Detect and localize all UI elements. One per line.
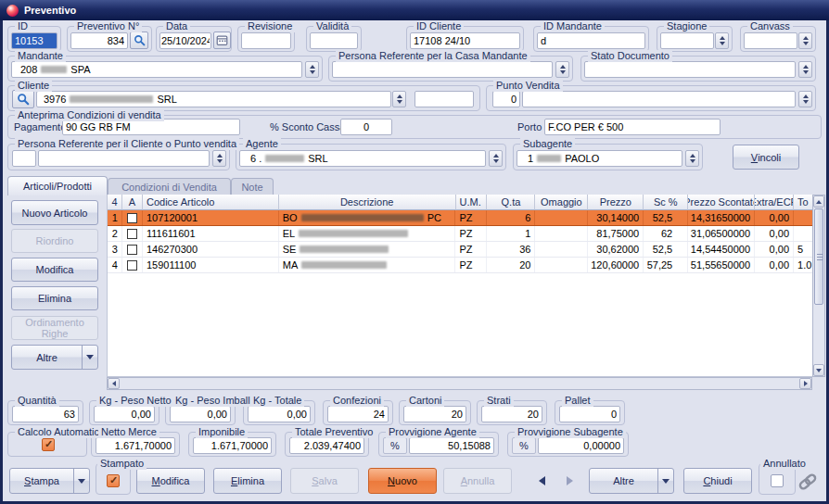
cartoni-field[interactable] — [403, 406, 466, 422]
data-field[interactable] — [159, 32, 211, 49]
id-field[interactable] — [11, 32, 57, 49]
vertical-scroll-thumb[interactable] — [814, 208, 823, 305]
altre-articoli-button[interactable]: Altre — [11, 345, 98, 370]
title-bar[interactable]: Preventivo — [0, 0, 829, 20]
persona-ref-mandante-spinner[interactable] — [555, 61, 569, 78]
stagione-field[interactable] — [660, 32, 714, 49]
column-header-descrizione[interactable]: Descrizione — [279, 195, 456, 210]
vincoli-button[interactable]: Vincoli — [733, 145, 799, 170]
nuovo-articolo-button[interactable]: Nuovo Articolo — [11, 200, 98, 225]
column-header-codice[interactable]: Codice Articolo — [143, 195, 279, 210]
column-header-qta[interactable]: Q.ta — [487, 195, 535, 210]
quantita-field[interactable] — [12, 406, 79, 422]
stato-documento-spinner[interactable] — [798, 61, 812, 78]
row-checkbox[interactable] — [127, 229, 137, 239]
stampa-button[interactable]: Stampa — [9, 468, 90, 494]
persona-ref-cliente-combo[interactable] — [38, 150, 210, 167]
stagione-spinner[interactable] — [715, 32, 729, 49]
annulla-button[interactable]: Annulla — [443, 468, 512, 494]
strati-field[interactable] — [481, 406, 542, 422]
canvass-field[interactable] — [744, 32, 797, 49]
canvass-spinner[interactable] — [798, 32, 812, 49]
table-row[interactable]: 3 146270300 SE PZ 36 30,62000 52,5 14,54… — [108, 242, 812, 258]
tab-condizioni-di-vendita[interactable]: Condizioni di Vendita — [108, 178, 231, 195]
chevron-down-icon[interactable] — [82, 346, 97, 369]
agente-spinner[interactable] — [489, 150, 503, 167]
subagente-combo[interactable]: 1 PAOLO — [517, 150, 682, 167]
cliente-spinner[interactable] — [392, 91, 406, 107]
preventivo-n-field[interactable] — [70, 32, 128, 49]
stampato-checkbox[interactable] — [107, 474, 120, 487]
table-row[interactable]: 2 111611601 EL PZ 1 81,75000 62 31,06500… — [108, 226, 812, 242]
chevron-down-icon[interactable] — [657, 469, 673, 493]
next-record-button[interactable] — [560, 468, 579, 494]
row-checkbox[interactable] — [127, 245, 137, 255]
peso-netto-field[interactable] — [94, 406, 155, 422]
totale-preventivo-field[interactable] — [289, 437, 364, 454]
stato-documento-combo[interactable] — [584, 61, 796, 78]
previous-record-button[interactable] — [532, 468, 551, 494]
modifica-button[interactable]: Modifica — [136, 468, 205, 494]
scroll-left-icon[interactable] — [108, 378, 120, 389]
elimina-button[interactable]: Elimina — [213, 468, 282, 494]
annullato-checkbox[interactable] — [771, 474, 784, 487]
column-header-prezzo-scontato[interactable]: Prezzo Scontato — [688, 195, 755, 210]
punto-vendita-combo[interactable] — [522, 91, 796, 107]
tab-articoli-prodotti[interactable]: Articoli/Prodotti — [7, 176, 108, 195]
horizontal-scrollbar[interactable] — [107, 377, 812, 390]
table-row[interactable]: 4 159011100 MA PZ 20 120,60000 57,25 51,… — [108, 258, 812, 273]
cliente-combo[interactable]: 3976 SRL — [36, 91, 391, 107]
porto-field[interactable] — [544, 119, 721, 135]
persona-ref-cliente-code[interactable] — [12, 150, 36, 167]
column-header-extra-ecr[interactable]: Extra/ECR — [755, 195, 794, 210]
elimina-articolo-button[interactable]: Elimina — [11, 286, 98, 310]
punto-vendita-spinner[interactable] — [798, 91, 812, 107]
id-cliente-field[interactable] — [410, 32, 520, 49]
column-header-a[interactable]: A — [122, 195, 143, 210]
calendar-button[interactable] — [213, 32, 231, 49]
row-checkbox[interactable] — [127, 260, 137, 271]
riordino-button[interactable]: Riordino — [11, 229, 98, 253]
table-row-selected[interactable]: 1 107120001 BOPC PZ 6 30,14000 52,5 14,3… — [108, 209, 812, 226]
altre-button[interactable]: Altre — [589, 468, 674, 494]
agente-combo[interactable]: 6 . SRL — [239, 150, 486, 167]
mandante-spinner[interactable] — [305, 61, 319, 78]
column-header-count[interactable]: 4 — [108, 195, 122, 210]
link-records-button[interactable] — [797, 471, 819, 495]
modifica-articolo-button[interactable]: Modifica — [11, 258, 98, 282]
chevron-down-icon[interactable] — [73, 469, 89, 493]
chiudi-button[interactable]: Chiudi — [683, 468, 752, 494]
tab-note[interactable]: Note — [231, 178, 274, 195]
calcolo-automatico-checkbox[interactable] — [42, 438, 55, 451]
validita-field[interactable] — [310, 32, 358, 49]
confezioni-field[interactable] — [327, 406, 389, 422]
scroll-down-icon[interactable] — [813, 364, 824, 376]
nuovo-button[interactable]: Nuovo — [368, 468, 437, 494]
revisione-field[interactable] — [241, 32, 291, 49]
column-header-prezzo[interactable]: Prezzo — [588, 195, 644, 210]
kg-totale-field[interactable] — [248, 406, 311, 422]
cliente-extra-field[interactable] — [414, 91, 474, 107]
subagente-spinner[interactable] — [685, 150, 699, 167]
pallet-field[interactable] — [559, 406, 620, 422]
row-checkbox[interactable] — [127, 213, 137, 223]
id-mandante-field[interactable] — [537, 32, 645, 49]
salva-button[interactable]: Salva — [290, 468, 359, 494]
punto-vendita-number[interactable] — [492, 91, 520, 107]
scroll-up-icon[interactable] — [813, 195, 824, 208]
provvigione-agente-field[interactable] — [409, 437, 494, 454]
ordinamento-righe-button[interactable]: Ordinamento Righe — [11, 316, 98, 340]
column-header-totale-partial[interactable]: To — [794, 195, 812, 210]
column-header-sc[interactable]: Sc % — [644, 195, 688, 210]
peso-imballi-field[interactable] — [170, 406, 231, 422]
persona-ref-mandante-combo[interactable] — [332, 61, 553, 78]
imponibile-field[interactable] — [193, 437, 272, 454]
search-preventivo-button[interactable] — [130, 32, 148, 49]
column-header-omaggio[interactable]: Omaggio — [535, 195, 588, 210]
column-header-um[interactable]: U.M. — [456, 195, 488, 210]
mandante-combo[interactable]: 208 SPA — [11, 61, 302, 78]
scroll-right-icon[interactable] — [799, 378, 811, 389]
provvigione-subagente-field[interactable] — [538, 437, 624, 454]
netto-merce-field[interactable] — [96, 437, 175, 454]
persona-ref-cliente-spinner[interactable] — [212, 150, 226, 167]
